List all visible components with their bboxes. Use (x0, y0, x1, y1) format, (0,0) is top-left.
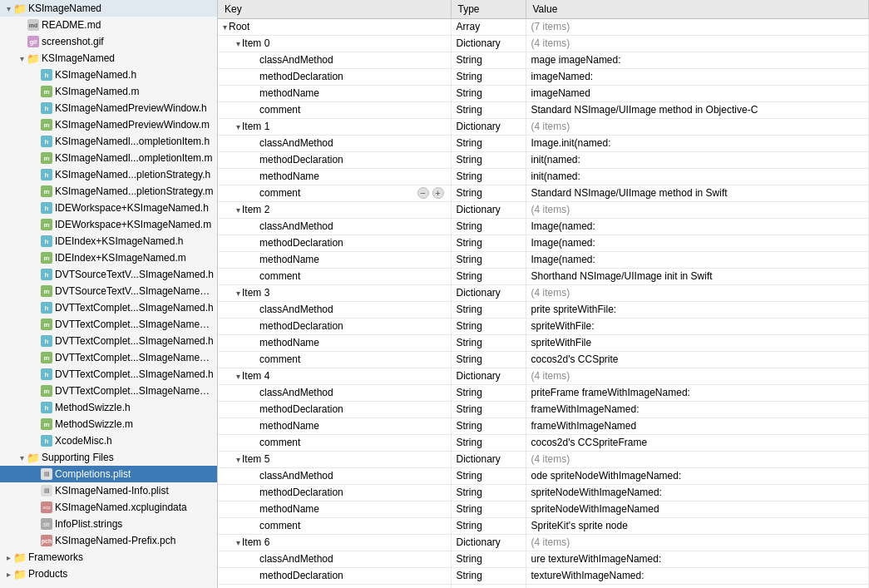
table-row[interactable]: methodNameStringtextureWithImageNamed (218, 584, 869, 588)
table-row[interactable]: methodNameStringspriteWithFile (218, 334, 869, 351)
plist-value-item1: (4 items) (526, 118, 869, 135)
sidebar-item-dvtsourcetextv-srimagenamed-h[interactable]: hDVTSourceTextV...SImageNamed.h (0, 266, 217, 283)
sidebar-item-dvttextcomplet-simagenamed1-h[interactable]: hDVTTextComplet...SImageNamed.h (0, 299, 217, 316)
table-row[interactable]: commentStringShorthand NSImage/UIImage i… (218, 268, 869, 284)
sidebar-item-ideindex-ksimagenamed-h[interactable]: hIDEIndex+KSImageNamed.h (0, 233, 217, 250)
table-row[interactable]: commentStringcocos2d's CCSpriteFrame (218, 434, 869, 451)
sidebar-label-readme-md: README.md (42, 19, 101, 31)
sidebar-item-dvttextcomplet-simagenamed3-m[interactable]: mDVTTextComplet...SImageNamed.m (0, 383, 217, 399)
table-row[interactable]: classAndMethodStringpriteFrame frameWith… (218, 384, 869, 401)
sidebar-item-dvttextcomplet-simagenamed1-m[interactable]: mDVTTextComplet...SImageNamed.m (0, 316, 217, 333)
plist-key-label-item0: Item 0 (242, 37, 269, 49)
sidebar-item-products[interactable]: 📁Products (0, 566, 217, 582)
table-row[interactable]: classAndMethodStringmage imageNamed: (218, 52, 869, 68)
plist-value-item5-methodname: spriteNodeWithImageNamed (526, 501, 869, 517)
sidebar-item-ksimagenamed-h[interactable]: hKSImageNamed.h (0, 67, 217, 83)
table-row[interactable]: methodDeclarationStringimageNamed: (218, 68, 869, 85)
sidebar-item-ksimagenamed-completionitem-h[interactable]: hKSImageNamedl...ompletionItem.h (0, 133, 217, 150)
sidebar-item-ksimagenamed-prefix-pch[interactable]: pchKSImageNamed-Prefix.pch (0, 532, 217, 549)
sidebar-item-dvttextcomplet-simagenamed3-h[interactable]: hDVTTextComplet...SImageNamed.h (0, 366, 217, 383)
plist-arrow-root[interactable] (223, 22, 229, 32)
sidebar-item-ksimagenamed-previewwindow-m[interactable]: mKSImageNamedPreviewWindow.m (0, 116, 217, 133)
plist-arrow-item0[interactable] (236, 39, 242, 48)
table-row[interactable]: methodDeclarationStringImage(named: (218, 235, 869, 251)
sidebar-item-ideworkspace-ksimagenamed-h[interactable]: hIDEWorkspace+KSImageNamed.h (0, 200, 217, 216)
plist-value-item0-methodname: imageNamed (526, 85, 869, 101)
table-row[interactable]: Item 0Dictionary(4 items) (218, 35, 869, 52)
plist-arrow-item1[interactable] (236, 122, 242, 131)
sidebar-item-methodswizzle-m[interactable]: mMethodSwizzle.m (0, 416, 217, 432)
sidebar-item-infoplist-strings[interactable]: strInfoPlist.strings (0, 516, 217, 532)
sidebar-item-ideindex-ksimagenamed-m[interactable]: mIDEIndex+KSImageNamed.m (0, 250, 217, 266)
table-row[interactable]: commentStringStandard NSImage/UIImage me… (218, 101, 869, 118)
sidebar-item-ksimagenamed-xcplugindata[interactable]: xcpKSImageNamed.xcplugindata (0, 499, 217, 516)
sidebar-item-dvtsourcetextv-srimagenamed-m[interactable]: mDVTSourceTextV...SImageNamed.m (0, 283, 217, 299)
file-icon-ksimagenamed-previewwindow-h: h (40, 101, 53, 115)
table-row[interactable]: Item 3Dictionary(4 items) (218, 284, 869, 301)
table-row[interactable]: classAndMethodStringImage.init(named: (218, 135, 869, 151)
table-row[interactable]: Item 5Dictionary(4 items) (218, 451, 869, 467)
plist-arrow-item6[interactable] (236, 538, 242, 547)
table-row[interactable]: classAndMethodStringure textureWithImage… (218, 551, 869, 567)
table-row[interactable]: Item 1Dictionary(4 items) (218, 118, 869, 135)
sidebar-item-xcodemisc-h[interactable]: hXcodeMisc.h (0, 432, 217, 449)
file-icon-ksimagenamed-prefix-pch: pch (40, 534, 53, 547)
sidebar-item-ksimagenamed-previewwindow-h[interactable]: hKSImageNamedPreviewWindow.h (0, 100, 217, 116)
sidebar-item-completions-plist[interactable]: ▤Completions.plist (0, 466, 217, 482)
plist-value-item4-classandmethod: priteFrame frameWithImageNamed: (526, 384, 869, 401)
table-row[interactable]: commentStringSpriteKit's sprite node (218, 517, 869, 534)
table-row[interactable]: RootArray(7 items) (218, 18, 869, 35)
sidebar-item-supporting-files[interactable]: 📁Supporting Files (0, 449, 217, 466)
plist-editor: Key Type Value RootArray(7 items)Item 0D… (218, 0, 869, 588)
edit-minus-item1-comment[interactable]: − (417, 187, 429, 199)
table-row[interactable]: methodNameStringimageNamed (218, 85, 869, 101)
table-row[interactable]: methodDeclarationStringframeWithImageNam… (218, 401, 869, 418)
table-row[interactable]: methodNameStringImage(named: (218, 251, 869, 268)
table-row[interactable]: comment−+StringStandard NSImage/UIImage … (218, 185, 869, 201)
sidebar-item-dvttextcomplet-simagenamed2-m[interactable]: mDVTTextComplet...SImageNamed.m (0, 349, 217, 366)
plist-arrow-item3[interactable] (236, 289, 242, 298)
table-row[interactable]: classAndMethodStringode spriteNodeWithIm… (218, 467, 869, 484)
sidebar-item-methodswizzle-h[interactable]: hMethodSwizzle.h (0, 399, 217, 416)
sidebar-item-frameworks[interactable]: 📁Frameworks (0, 549, 217, 566)
table-row[interactable]: Item 4Dictionary(4 items) (218, 368, 869, 384)
table-row[interactable]: methodNameStringinit(named: (218, 168, 869, 185)
plist-arrow-item2[interactable] (236, 205, 242, 215)
table-row[interactable]: classAndMethodStringprite spriteWithFile… (218, 301, 869, 318)
table-row[interactable]: classAndMethodStringImage(named: (218, 218, 869, 235)
plist-type-item5-methoddeclaration: String (451, 484, 526, 501)
table-row[interactable]: methodDeclarationStringinit(named: (218, 151, 869, 168)
table-row[interactable]: methodNameStringspriteNodeWithImageNamed (218, 501, 869, 517)
edit-plus-item1-comment[interactable]: + (432, 187, 444, 199)
table-row[interactable]: Item 6Dictionary(4 items) (218, 534, 869, 551)
sidebar-item-ksimagenamed-info-plist[interactable]: ▤KSImageNamed-Info.plist (0, 482, 217, 499)
sidebar-item-ksimagenamed-plotionstrategy-h[interactable]: hKSImageNamed...pletionStrategy.h (0, 166, 217, 183)
plist-key-item3-methodname: methodName (218, 334, 451, 351)
plist-arrow-item4[interactable] (236, 372, 242, 381)
sidebar-item-ideworkspace-ksimagenamed-m[interactable]: mIDEWorkspace+KSImageNamed.m (0, 216, 217, 233)
plist-value-item3: (4 items) (526, 284, 869, 301)
sidebar-item-ksimagenamed-completionitem-m[interactable]: mKSImageNamedl...ompletionItem.m (0, 150, 217, 166)
file-icon-xcodemisc-h: h (40, 434, 53, 447)
table-row[interactable]: commentStringcocos2d's CCSprite (218, 351, 869, 368)
table-row[interactable]: methodDeclarationStringtextureWithImageN… (218, 567, 869, 584)
sidebar-item-ksimagenamed-m[interactable]: mKSImageNamed.m (0, 83, 217, 100)
sidebar-item-dvttextcomplet-simagenamed2-h[interactable]: hDVTTextComplet...SImageNamed.h (0, 333, 217, 349)
file-icon-ksimagenamed-completionitem-m: m (40, 151, 53, 165)
table-row[interactable]: methodDeclarationStringspriteNodeWithIma… (218, 484, 869, 501)
sidebar-item-ksimagenamed-root[interactable]: 📁KSImageNamed (0, 0, 217, 17)
file-icon-ideworkspace-ksimagenamed-h: h (40, 201, 53, 215)
file-icon-ksimagenamed-m: m (40, 85, 53, 98)
plist-arrow-item5[interactable] (236, 455, 242, 464)
table-row[interactable]: methodDeclarationStringspriteWithFile: (218, 318, 869, 334)
sidebar-item-screenshot-gif[interactable]: gifscreenshot.gif (0, 33, 217, 50)
plist-count-item6: (4 items) (531, 536, 570, 548)
sidebar-item-ksimagenamed-plotionstrategy-m[interactable]: mKSImageNamed...pletionStrategy.m (0, 183, 217, 200)
table-row[interactable]: methodNameStringframeWithImageNamed (218, 418, 869, 434)
table-row[interactable]: Item 2Dictionary(4 items) (218, 201, 869, 218)
plist-key-label-root: Root (229, 21, 249, 32)
plist-type-item1-classandmethod: String (451, 135, 526, 151)
plist-key-label-item5-methodname: methodName (259, 503, 319, 515)
sidebar-item-readme-md[interactable]: mdREADME.md (0, 17, 217, 33)
sidebar-item-ksimagenamed-folder[interactable]: 📁KSImageNamed (0, 50, 217, 67)
